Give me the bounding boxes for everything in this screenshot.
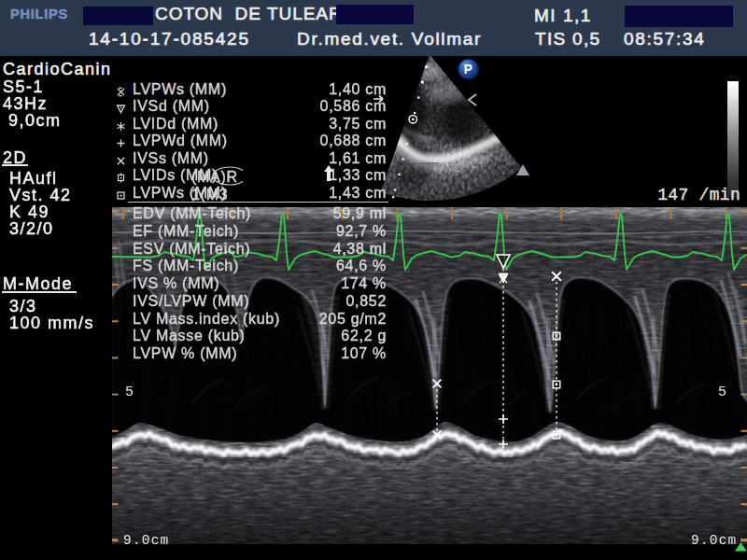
svg-text:9.0cm: 9.0cm [691, 533, 738, 544]
svg-text:5: 5 [125, 385, 134, 400]
svg-text:P: P [464, 62, 472, 77]
svg-text:9.0cm: 9.0cm [123, 533, 170, 544]
svg-text:5: 5 [718, 385, 726, 400]
